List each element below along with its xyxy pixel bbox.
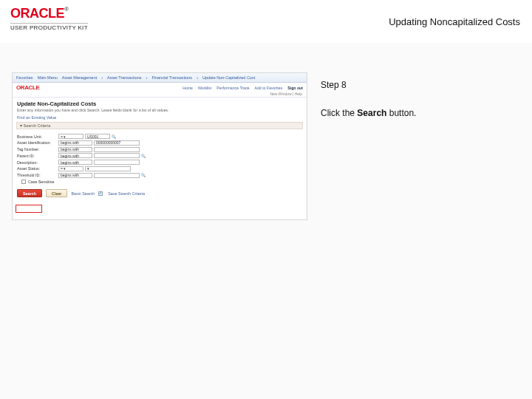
op-asset-id[interactable]: begins with	[58, 140, 92, 146]
save-search-criteria-link[interactable]: Save Search Criteria	[108, 191, 145, 196]
instruction-suffix: button.	[386, 108, 416, 118]
label-asset-id: Asset Identification:	[17, 140, 58, 145]
breadcrumb-item[interactable]: Asset Transactions	[107, 75, 141, 80]
op-asset-status[interactable]: = ▾	[58, 166, 83, 171]
product-line-label: USER PRODUCTIVITY KIT	[10, 23, 88, 31]
input-asset-status[interactable]: ▾	[85, 166, 131, 171]
lookup-icon[interactable]: 🔍	[141, 154, 146, 158]
breadcrumb-item[interactable]: Asset Management	[62, 75, 97, 80]
op-parent-id[interactable]: begins with	[58, 153, 92, 158]
input-threshold-id[interactable]	[94, 173, 140, 178]
breadcrumb-item[interactable]: Financial Transactions	[151, 75, 192, 80]
instruction-panel: Step 8 Click the Search button.	[321, 72, 416, 120]
save-criteria-check-icon	[98, 191, 103, 196]
content-row: Favorites Main Menu Asset Management › A…	[0, 72, 532, 220]
checkbox-case-sensitive[interactable]: Case Sensitive	[21, 180, 54, 184]
signout-link[interactable]: Sign out	[287, 86, 303, 90]
field-row-business-unit: Business Unit: = ▾ US001 🔍	[17, 134, 302, 139]
label-threshold-id: Threshold ID:	[17, 173, 58, 177]
top-link-worklist[interactable]: Worklist	[198, 86, 211, 90]
highlight-box	[16, 205, 42, 213]
input-tag-number[interactable]	[94, 147, 140, 152]
input-description[interactable]	[94, 160, 140, 165]
search-button[interactable]: Search	[17, 189, 42, 197]
op-business-unit[interactable]: = ▾	[58, 134, 83, 139]
form-actions: Search Clear Basic Search Save Search Cr…	[13, 186, 307, 200]
oracle-logo: ORACLE® USER PRODUCTIVITY KIT	[10, 6, 88, 31]
top-link-home[interactable]: Home	[183, 86, 193, 90]
app-logo: ORACLE	[16, 84, 39, 91]
find-existing-link[interactable]: Find an Existing Value	[13, 115, 61, 122]
field-row-asset-status: Asset Status: = ▾ ▾	[17, 166, 302, 171]
app-page-title: Update Non-Capitalized Costs	[13, 98, 307, 108]
instruction-prefix: Click the	[321, 108, 357, 118]
label-description: Description:	[17, 160, 58, 165]
app-top-links: Home Worklist Performance Trace Add to F…	[183, 86, 303, 90]
input-asset-id[interactable]: 000000000007	[94, 140, 140, 146]
input-business-unit[interactable]: US001	[85, 134, 110, 139]
field-row-threshold-id: Threshold ID: begins with 🔍	[17, 173, 302, 178]
label-case-sensitive: Case Sensitive	[28, 180, 54, 184]
app-page-subtitle: Enter any information you have and click…	[13, 108, 307, 115]
document-title: Updating Noncapitalized Costs	[389, 16, 520, 27]
op-threshold-id[interactable]: begins with	[58, 173, 92, 178]
doc-header: ORACLE® USER PRODUCTIVITY KIT Updating N…	[0, 0, 532, 43]
field-row-tag-number: Tag Number: begins with	[17, 147, 302, 152]
label-business-unit: Business Unit:	[17, 134, 58, 139]
top-link-trace[interactable]: Performance Trace	[216, 86, 249, 90]
breadcrumb-bar: Favorites Main Menu Asset Management › A…	[13, 73, 307, 83]
app-header-bar: ORACLE Home Worklist Performance Trace A…	[13, 83, 307, 91]
breadcrumb-item[interactable]: Favorites	[16, 75, 33, 80]
field-row-case-sensitive: Case Sensitive	[17, 180, 302, 184]
input-parent-id[interactable]	[94, 153, 140, 158]
clear-button[interactable]: Clear	[46, 189, 68, 197]
breadcrumb-item[interactable]: Update Non-Capitalized Cost	[202, 75, 255, 80]
op-description[interactable]: begins with	[58, 160, 92, 165]
lookup-icon[interactable]: 🔍	[141, 173, 146, 177]
step-number: Step 8	[321, 78, 416, 92]
search-form: Business Unit: = ▾ US001 🔍 Asset Identif…	[13, 132, 307, 186]
field-row-asset-id: Asset Identification: begins with 000000…	[17, 140, 302, 146]
instruction-text: Click the Search button.	[321, 106, 416, 120]
brand-word: ORACLE	[10, 6, 64, 21]
label-asset-status: Asset Status:	[17, 166, 58, 171]
breadcrumb-item[interactable]: Main Menu	[38, 75, 58, 80]
basic-search-link[interactable]: Basic Search	[71, 191, 95, 196]
label-parent-id: Parent ID:	[17, 154, 58, 158]
instruction-target: Search	[357, 108, 386, 118]
window-help-bar[interactable]: New Window | Help	[13, 91, 307, 98]
lookup-icon[interactable]: 🔍	[112, 134, 116, 139]
label-tag-number: Tag Number:	[17, 147, 58, 151]
field-row-description: Description: begins with	[17, 160, 302, 165]
top-link-favorites[interactable]: Add to Favorites	[254, 86, 282, 90]
field-row-parent-id: Parent ID: begins with 🔍	[17, 153, 302, 158]
search-criteria-header[interactable]: ▾ Search Criteria	[16, 122, 303, 129]
app-screenshot: Favorites Main Menu Asset Management › A…	[12, 72, 307, 220]
trademark-symbol: ®	[64, 6, 69, 13]
op-tag-number[interactable]: begins with	[58, 147, 92, 152]
